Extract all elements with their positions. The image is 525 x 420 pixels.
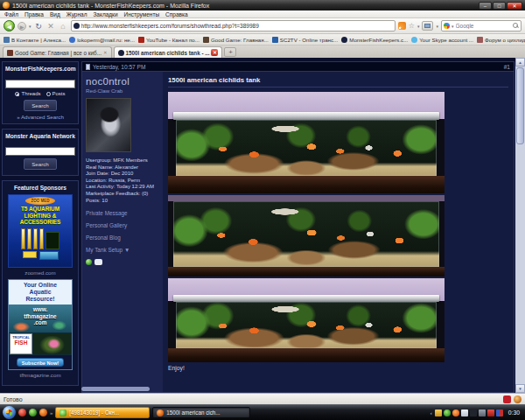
scroll-up-icon[interactable]: ▲ bbox=[515, 58, 525, 66]
bookmark-goodgame[interactable]: Good Game: Главная... bbox=[203, 37, 269, 43]
tfh-ad-line: Aquatic bbox=[9, 289, 72, 296]
maximize-button[interactable]: □ bbox=[493, 2, 506, 10]
tab-close-icon[interactable]: ✕ bbox=[103, 50, 108, 55]
rss-feed-icon[interactable] bbox=[398, 22, 406, 30]
active-tab-close-icon[interactable]: ✕ bbox=[211, 49, 218, 56]
message-bubble-icon[interactable] bbox=[94, 259, 102, 265]
menu-view[interactable]: Вид bbox=[50, 11, 60, 18]
radio-threads[interactable]: Threads bbox=[15, 91, 40, 96]
search-input[interactable] bbox=[456, 23, 511, 29]
reload-button[interactable]: ↻ bbox=[34, 22, 44, 31]
site-search-button[interactable]: Search bbox=[24, 100, 57, 111]
start-button[interactable] bbox=[3, 406, 16, 419]
subscribe-button[interactable]: Subscribe Now! bbox=[17, 358, 64, 367]
aquarium-photo-2[interactable] bbox=[168, 195, 444, 276]
menu-tools[interactable]: Инструменты bbox=[124, 11, 160, 18]
extension-dropdown-icon[interactable]: ▾ bbox=[436, 24, 438, 29]
search-magnifier-icon[interactable] bbox=[513, 23, 519, 29]
forward-button[interactable]: ▶ bbox=[18, 22, 26, 31]
private-message-link[interactable]: Private Message bbox=[86, 210, 159, 216]
user-detail-usergroup: Usergroup: MFK Members bbox=[86, 158, 159, 164]
tray-folder-icon[interactable] bbox=[435, 410, 442, 416]
user-detail-joindate: Join Date: Dec 2010 bbox=[86, 171, 159, 178]
radio-posts[interactable]: Posts bbox=[46, 91, 66, 96]
tab-goodgame[interactable]: Good Game: Главная | все о киб... ✕ bbox=[3, 46, 112, 58]
advanced-search-link[interactable]: » Advanced Search bbox=[5, 114, 75, 120]
content-hscrollbar-thumb[interactable] bbox=[81, 387, 150, 391]
bookmark-star-icon[interactable]: ☆ bbox=[409, 22, 415, 30]
url-bar[interactable] bbox=[71, 20, 396, 32]
menu-help[interactable]: Справка bbox=[165, 11, 188, 18]
tray-icq-icon[interactable] bbox=[452, 410, 459, 416]
tfh-caption-link[interactable]: tfhmagazine.com bbox=[5, 372, 75, 378]
zoomed-products-image bbox=[10, 228, 71, 249]
bookmark-mailru[interactable]: lokoperm@mail.ru: не... bbox=[69, 37, 135, 43]
minimize-button[interactable]: – bbox=[479, 2, 492, 10]
menu-history[interactable]: Журнал bbox=[66, 11, 88, 18]
tray-network-icon[interactable] bbox=[496, 410, 503, 416]
my-tank-setup-link[interactable]: My Tank Setup ▼ bbox=[86, 247, 159, 253]
taskbar-task-icq[interactable]: [498143019] - Окн... bbox=[55, 407, 150, 418]
bookmark-skype[interactable]: Your Skype account ... bbox=[411, 37, 473, 43]
quicklaunch-firefox-icon[interactable] bbox=[39, 409, 47, 416]
quicklaunch-media-icon[interactable] bbox=[18, 409, 26, 416]
zoomed-caption-link[interactable]: zoomed.com bbox=[5, 270, 75, 276]
site-search-box: MonsterFishKeepers.com Threads Posts Sea… bbox=[2, 61, 79, 124]
tray-expand-chevron[interactable]: ‹ bbox=[430, 410, 432, 416]
aquarium-photo-1[interactable] bbox=[168, 92, 444, 193]
menu-bookmarks[interactable]: Закладки bbox=[93, 11, 117, 18]
site-search-input[interactable] bbox=[5, 80, 75, 88]
bookmark-sc2tv[interactable]: SC2TV - Online транс... bbox=[272, 37, 338, 43]
vscrollbar-thumb[interactable] bbox=[516, 67, 524, 144]
personal-gallery-link[interactable]: Personal Gallery bbox=[86, 222, 159, 228]
tray-monitor-icon[interactable] bbox=[487, 410, 494, 416]
tfh-url-line: www. bbox=[9, 306, 72, 313]
tray-qip-icon[interactable] bbox=[444, 410, 451, 416]
bookmark-mfk[interactable]: MonsterFishKeepers.c... bbox=[341, 37, 408, 43]
scroll-down-icon[interactable]: ▼ bbox=[515, 384, 525, 393]
taskbar-clock[interactable]: 0:30 bbox=[508, 410, 520, 416]
user-detail-feedback: Marketplace Feedback: (0) bbox=[86, 191, 159, 198]
bookmarks-toolbar: В Контакте | Алекса... lokoperm@mail.ru:… bbox=[0, 34, 525, 46]
close-button[interactable]: ✕ bbox=[507, 2, 522, 10]
tfh-ad-line: Resource! bbox=[9, 296, 72, 303]
search-box[interactable]: ▾ bbox=[441, 20, 522, 32]
personal-blog-link[interactable]: Personal Blog bbox=[86, 234, 159, 241]
user-avatar[interactable] bbox=[86, 98, 131, 152]
menu-edit[interactable]: Правка bbox=[24, 11, 44, 18]
history-dropdown-icon[interactable]: ▾ bbox=[29, 24, 32, 29]
bookmark-vkontakte[interactable]: В Контакте | Алекса... bbox=[4, 37, 66, 43]
back-button[interactable]: ◀ bbox=[4, 20, 15, 32]
screenshot-extension-button[interactable] bbox=[422, 21, 433, 31]
tab-cichlids-thread[interactable]: 1500l american cichlids tank - ... ✕ bbox=[114, 46, 223, 58]
engine-dropdown-icon[interactable]: ▾ bbox=[452, 24, 454, 29]
bookmark-dropdown-icon[interactable]: ▾ bbox=[417, 24, 420, 29]
menu-file[interactable]: Файл bbox=[4, 11, 18, 18]
stop-button[interactable]: ✕ bbox=[46, 22, 56, 31]
taskbar-task-firefox[interactable]: 1500l american cich... bbox=[152, 407, 250, 418]
zoomed-ad-banner[interactable]: ZOO MED T5 AQUARIUM LIGHTING & ACCESSORI… bbox=[8, 194, 73, 268]
tray-antivirus-icon[interactable] bbox=[470, 410, 477, 416]
bookmark-youtube[interactable]: YouTube - Канал по... bbox=[138, 37, 200, 43]
site-search-title: MonsterFishKeepers.com bbox=[5, 66, 75, 72]
tray-camera-icon[interactable] bbox=[479, 410, 486, 416]
google-engine-icon[interactable] bbox=[444, 23, 450, 29]
aquarium-photo-3[interactable] bbox=[168, 278, 444, 362]
menu-bar: Файл Правка Вид Журнал Закладки Инструме… bbox=[0, 10, 525, 18]
extension-status-icon[interactable] bbox=[514, 396, 522, 403]
adblock-icon[interactable] bbox=[503, 396, 511, 403]
network-search-button[interactable]: Search bbox=[24, 158, 57, 170]
bookmark-cichlid-forum[interactable]: Форум о цихлидах О... bbox=[477, 37, 525, 43]
tfh-ad-banner[interactable]: Your Online Aquatic Resource! www. tfhma… bbox=[8, 279, 73, 370]
vscrollbar-track[interactable] bbox=[515, 145, 525, 384]
post-number-link[interactable]: #1 bbox=[504, 64, 510, 70]
new-tab-button[interactable]: + bbox=[224, 47, 236, 57]
tray-display-icon[interactable] bbox=[461, 410, 468, 416]
quicklaunch-overflow-chevron[interactable]: » bbox=[50, 410, 52, 416]
home-button[interactable]: ⌂ bbox=[59, 22, 68, 31]
quicklaunch-qip-icon[interactable] bbox=[29, 409, 37, 416]
username-link[interactable]: noc0ntrol bbox=[86, 76, 159, 87]
url-input[interactable] bbox=[81, 23, 393, 29]
vertical-scrollbar[interactable]: ▲ ▼ bbox=[515, 58, 525, 393]
network-search-input[interactable] bbox=[5, 147, 75, 156]
